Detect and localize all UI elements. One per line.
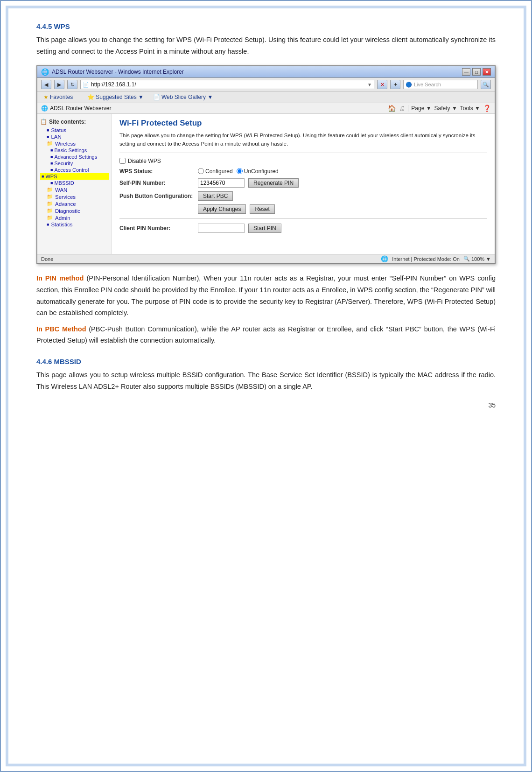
nav-label-services: Services [55, 194, 76, 200]
web-slice-icon: 📄 [153, 94, 160, 100]
page-toolbar: 🌐 ADSL Router Webserver 🏠 🖨 Page ▼ Safet… [37, 103, 495, 114]
action-buttons: Apply Changes Reset [198, 204, 275, 214]
close-button[interactable]: ✕ [483, 68, 491, 76]
back-button[interactable]: ◀ [41, 80, 51, 89]
nav-folder-icon-wireless: 📁 [47, 140, 53, 147]
search-placeholder-text: Live Search [414, 82, 441, 87]
nav-item-services[interactable]: 📁 Services [40, 193, 109, 200]
internet-icon: 🌐 [381, 255, 388, 262]
nav-item-advanced-settings[interactable]: ■ Advanced Settings [40, 154, 109, 160]
nav-page-icon-security: ■ [50, 161, 53, 166]
zoom-control[interactable]: 🔍 100% ▼ [463, 256, 491, 262]
apply-changes-button[interactable]: Apply Changes [198, 204, 246, 214]
nav-item-status[interactable]: ■ Status [40, 127, 109, 133]
zoom-dropdown-icon: ▼ [486, 256, 491, 262]
nav-label-mbssid: MBSSID [54, 180, 74, 186]
unconfigured-option: UnConfigured [237, 168, 279, 175]
nav-label-wireless: Wireless [55, 141, 76, 147]
nav-page-icon-statistics: ■ [47, 222, 49, 227]
refresh-button[interactable]: ↻ [67, 80, 77, 89]
nav-label-status: Status [51, 127, 66, 133]
search-submit-button[interactable]: 🔍 [481, 80, 491, 89]
regenerate-pin-button[interactable]: Regenerate PIN [248, 178, 299, 188]
address-bar: ◀ ▶ ↻ 📄 http://192.168.1.1/ ▼ ✕ ✦ 🔵 Live… [37, 78, 495, 91]
search-field[interactable]: 🔵 Live Search [403, 80, 478, 89]
configured-radio[interactable] [198, 168, 204, 174]
suggested-sites-button[interactable]: ⭐ Suggested Sites ▼ [85, 93, 146, 101]
nav-item-wan[interactable]: 📁 WAN [40, 186, 109, 193]
nav-label-diagnostic: Diagnostic [55, 208, 80, 214]
status-right: 🌐 Internet | Protected Mode: On 🔍 100% ▼ [381, 255, 491, 262]
start-pin-button[interactable]: Start PIN [248, 224, 281, 233]
pin-method-paragraph: In PIN method (PIN-Personal Identificati… [36, 273, 496, 319]
stop-button[interactable]: ✕ [377, 80, 387, 89]
disable-wps-checkbox[interactable] [119, 158, 126, 164]
maximize-button[interactable]: □ [472, 68, 481, 76]
nav-item-statistics[interactable]: ■ Statistics [40, 221, 109, 228]
search-go-button[interactable]: ✦ [390, 80, 400, 89]
reset-button[interactable]: Reset [250, 204, 274, 214]
toolbar-left: 🌐 ADSL Router Webserver [41, 105, 111, 112]
nav-item-wireless[interactable]: 📁 Wireless [40, 140, 109, 147]
print-icon[interactable]: 🖨 [399, 105, 405, 112]
configured-label: Configured [205, 168, 233, 175]
self-pin-value: Regenerate PIN [198, 178, 299, 188]
in-pbc-label: In PBC Method [36, 325, 86, 333]
titlebar-controls: — □ ✕ [462, 68, 491, 76]
url-text: http://192.168.1.1/ [91, 81, 365, 88]
wps-page-title: Wi-Fi Protected Setup [119, 119, 487, 128]
nav-item-admin[interactable]: 📁 Admin [40, 214, 109, 221]
nav-item-access-control[interactable]: ■ Access Control [40, 167, 109, 173]
self-pin-input[interactable] [198, 178, 245, 188]
wps-status-value: Configured UnConfigured [198, 168, 279, 175]
self-pin-row: Self-PIN Number: Regenerate PIN [119, 176, 487, 189]
nav-label-basic: Basic Settings [54, 147, 87, 153]
push-button-row: Push Button Configuration: Start PBC [119, 189, 487, 203]
browser-title: ADSL Router Webserver - Windows Internet… [52, 69, 184, 75]
nav-section-icon: 📋 [40, 119, 47, 125]
browser-app-icon: 🌐 [41, 68, 49, 76]
nav-label-wps: WPS [45, 174, 57, 179]
nav-page-icon-advanced: ■ [50, 154, 53, 159]
nav-page-icon-wps: ■ [42, 174, 44, 179]
page-menu[interactable]: Page ▼ [411, 105, 431, 112]
nav-folder-icon-advance: 📁 [47, 201, 53, 207]
nav-item-security[interactable]: ■ Security [40, 160, 109, 167]
divider-2 [119, 218, 487, 219]
nav-item-diagnostic[interactable]: 📁 Diagnostic [40, 207, 109, 214]
minimize-button[interactable]: — [462, 68, 470, 76]
web-slice-gallery-button[interactable]: 📄 Web Slice Gallery ▼ [151, 93, 215, 101]
toolbar-right: 🏠 🖨 Page ▼ Safety ▼ Tools ▼ ❓ [388, 105, 491, 112]
help-icon[interactable]: ❓ [483, 105, 491, 112]
nav-item-wps[interactable]: ■ WPS [40, 173, 109, 180]
client-pin-label: Client PIN Number: [119, 225, 194, 232]
address-dropdown-icon[interactable]: ▼ [367, 82, 372, 87]
start-pbc-button[interactable]: Start PBC [198, 191, 233, 201]
nav-item-basic-settings[interactable]: ■ Basic Settings [40, 147, 109, 154]
live-search-icon: 🔵 [406, 82, 412, 88]
nav-label-statistics: Statistics [51, 222, 72, 227]
wps-status-row: WPS Status: Configured UnConfigured [119, 166, 487, 176]
nav-folder-icon-diagnostic: 📁 [47, 208, 53, 214]
page-tab: 🌐 ADSL Router Webserver [41, 105, 111, 112]
client-pin-input[interactable] [198, 224, 245, 233]
nav-item-advance[interactable]: 📁 Advance [40, 200, 109, 207]
section-445-heading: 4.4.5 WPS [36, 22, 496, 30]
home-icon[interactable]: 🏠 [388, 105, 396, 112]
titlebar-left: 🌐 ADSL Router Webserver - Windows Intern… [41, 68, 184, 76]
nav-page-icon-status: ■ [47, 128, 49, 133]
configured-option: Configured [198, 168, 233, 175]
forward-button[interactable]: ▶ [54, 80, 64, 89]
status-done-text: Done [41, 256, 53, 262]
action-buttons-row: Apply Changes Reset [119, 203, 487, 216]
nav-item-mbssid[interactable]: ■ MBSSID [40, 180, 109, 186]
unconfigured-radio[interactable] [237, 168, 243, 174]
address-field[interactable]: 📄 http://192.168.1.1/ ▼ [80, 80, 374, 89]
tools-menu[interactable]: Tools ▼ [460, 105, 480, 112]
favorites-button[interactable]: ★ Favorites [41, 93, 75, 101]
nav-item-lan[interactable]: ■ LAN [40, 133, 109, 140]
in-pin-label: In PIN method [36, 274, 84, 282]
section-446-intro: This page allows you to setup wireless m… [36, 369, 496, 392]
web-slice-label: Web Slice Gallery ▼ [161, 94, 213, 100]
safety-menu[interactable]: Safety ▼ [434, 105, 457, 112]
